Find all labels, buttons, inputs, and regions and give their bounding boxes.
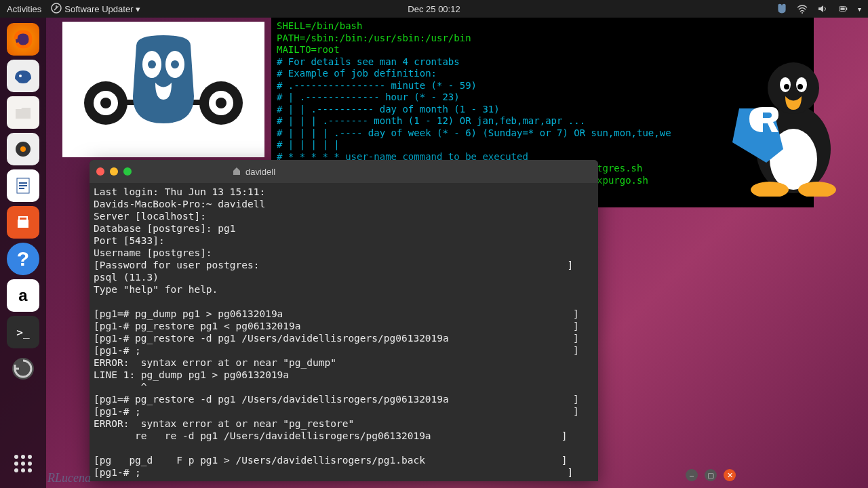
svg-point-24 (148, 60, 156, 68)
top-panel: Activities Software Updater ▾ Dec 25 00:… (0, 0, 868, 18)
chevron-down-icon: ▾ (136, 4, 140, 14)
show-applications-icon[interactable] (7, 447, 39, 480)
svg-point-20 (216, 98, 226, 108)
activities-button[interactable]: Activities (7, 4, 41, 14)
svg-rect-13 (18, 220, 28, 228)
svg-rect-12 (19, 188, 24, 189)
terminal-output[interactable]: Last login: Thu Jun 13 15:11: Davids-Mac… (90, 183, 598, 481)
svg-point-17 (100, 98, 111, 108)
terminal-title-label: davidell (245, 167, 275, 177)
crontab-line: SHELL=/bin/bash (277, 20, 808, 33)
software-updater-dock-icon[interactable] (7, 352, 39, 385)
postgresql-tray-icon[interactable] (776, 3, 787, 14)
close-button[interactable]: ✕ (724, 469, 736, 481)
active-app-menu[interactable]: Software Updater ▾ (51, 3, 140, 16)
svg-point-1 (802, 12, 803, 14)
terminal-icon[interactable]: >_ (7, 316, 39, 348)
minimize-button[interactable]: – (686, 469, 698, 481)
dock: ? a >_ (0, 18, 46, 488)
thunderbird-icon[interactable] (7, 60, 39, 92)
ubuntu-software-icon[interactable] (7, 206, 39, 239)
postgresql-logo-card (62, 22, 264, 157)
window-controls: – ▢ ✕ (686, 469, 736, 481)
terminal-titlebar[interactable]: davidell (90, 160, 598, 183)
home-icon (232, 166, 241, 178)
svg-rect-10 (19, 182, 27, 184)
amazon-icon[interactable]: a (7, 279, 39, 312)
libreoffice-writer-icon[interactable] (7, 169, 39, 202)
software-updater-icon (51, 3, 62, 16)
crontab-line: PATH=/sbin:/bin:/usr/sbin:/usr/bin (277, 33, 808, 45)
maximize-button[interactable]: ▢ (705, 469, 717, 481)
svg-point-25 (171, 60, 179, 68)
svg-rect-3 (846, 7, 847, 10)
svg-point-8 (20, 146, 26, 152)
clock[interactable]: Dec 25 00:12 (408, 4, 460, 14)
help-icon[interactable]: ? (7, 243, 39, 275)
firefox-icon[interactable] (7, 23, 39, 56)
terminal-window[interactable]: davidell Last login: Thu Jun 13 15:11: D… (90, 160, 598, 481)
close-icon[interactable] (96, 167, 104, 176)
volume-icon[interactable] (817, 3, 828, 14)
svg-rect-11 (19, 185, 27, 186)
minimize-icon[interactable] (110, 167, 118, 176)
wifi-icon[interactable] (797, 3, 808, 14)
svg-point-6 (19, 75, 22, 77)
tux-illustration (726, 47, 848, 197)
maximize-icon[interactable] (123, 167, 132, 176)
svg-point-31 (784, 84, 789, 89)
svg-rect-4 (840, 7, 844, 10)
chevron-down-icon[interactable]: ▾ (858, 5, 861, 13)
rhythmbox-icon[interactable] (7, 133, 39, 165)
watermark-text: RLucena (47, 471, 91, 485)
files-icon[interactable] (7, 96, 39, 129)
battery-icon[interactable] (837, 3, 848, 14)
svg-point-32 (797, 84, 803, 89)
app-name-label: Software Updater (64, 4, 133, 14)
